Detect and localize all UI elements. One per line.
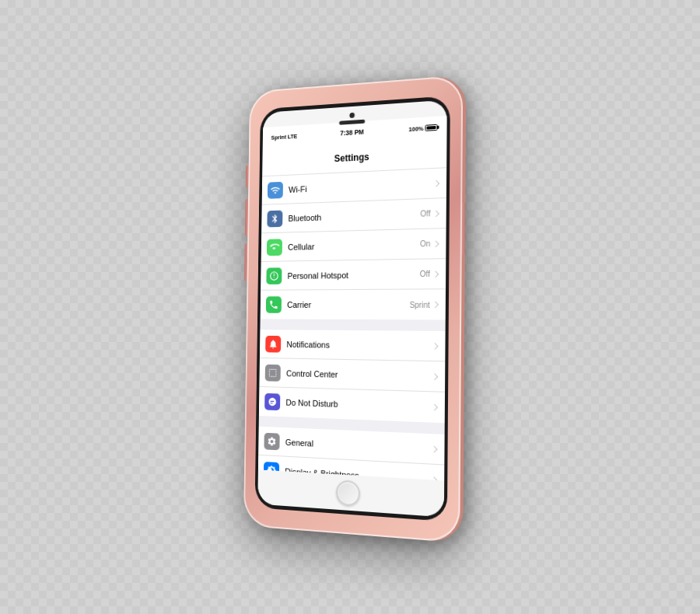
- wifi-chevron: [433, 180, 440, 187]
- power-button[interactable]: [462, 202, 466, 254]
- phone-screen-border: Sprint LTE 7:38 PM 100% Settings: [255, 96, 450, 522]
- general-label: General: [285, 437, 432, 453]
- cellular-item[interactable]: Cellular On: [261, 229, 446, 262]
- notifications-label: Notifications: [286, 340, 432, 351]
- notifications-item[interactable]: Notifications: [260, 330, 446, 361]
- notifications-icon: [265, 335, 281, 352]
- front-camera: [349, 113, 355, 118]
- bluetooth-chevron: [432, 210, 439, 217]
- phone-top-bar: [339, 112, 365, 125]
- mute-button[interactable]: [246, 166, 249, 188]
- cellular-chevron: [432, 240, 439, 247]
- bluetooth-label: Bluetooth: [288, 209, 420, 222]
- controlcenter-chevron: [432, 373, 439, 380]
- hotspot-value: Off: [420, 270, 430, 278]
- connectivity-group: Wi-Fi Bluetooth: [261, 168, 447, 319]
- donotdisturb-chevron: [431, 404, 438, 411]
- phone-wrapper: Sprint LTE 7:38 PM 100% Settings: [243, 75, 463, 542]
- notifications-chevron: [432, 343, 439, 350]
- battery-fill: [426, 126, 436, 130]
- hotspot-icon: [266, 267, 282, 284]
- time-label: 7:38 PM: [340, 128, 363, 138]
- carrier-icon: [266, 296, 282, 312]
- battery-percent-label: 100%: [408, 124, 423, 132]
- cellular-label: Cellular: [288, 239, 420, 252]
- carrier-item[interactable]: Carrier Sprint: [261, 289, 446, 319]
- status-indicators: 100%: [408, 124, 437, 132]
- volume-up-button[interactable]: [245, 199, 248, 236]
- battery-icon: [425, 124, 437, 131]
- carrier-label: Sprint LTE: [271, 132, 297, 141]
- general-icon: [264, 432, 279, 450]
- wifi-icon: [268, 181, 283, 198]
- controlcenter-label: Control Center: [286, 368, 432, 382]
- settings-list: Wi-Fi Bluetooth: [258, 168, 446, 480]
- hotspot-item[interactable]: Personal Hotspot Off: [261, 259, 446, 291]
- hotspot-chevron: [432, 270, 439, 277]
- donotdisturb-icon: [264, 393, 280, 410]
- notifications-group: Notifications Control Center: [259, 330, 446, 423]
- controlcenter-icon: [265, 364, 281, 381]
- volume-down-button[interactable]: [244, 243, 247, 281]
- cellular-icon: [267, 239, 282, 256]
- wifi-label: Wi-Fi: [289, 179, 431, 194]
- phone-screen: Sprint LTE 7:38 PM 100% Settings: [257, 99, 447, 517]
- carrier-value: Sprint: [410, 300, 430, 309]
- page-title: Settings: [334, 152, 369, 164]
- carrier-chevron: [432, 302, 439, 309]
- bluetooth-item[interactable]: Bluetooth Off: [261, 198, 446, 233]
- donotdisturb-item[interactable]: Do Not Disturb: [259, 387, 445, 423]
- scene: Sprint LTE 7:38 PM 100% Settings: [0, 0, 700, 614]
- cellular-value: On: [420, 239, 430, 249]
- home-button[interactable]: [336, 480, 360, 506]
- carrier-label: Carrier: [287, 300, 410, 309]
- hotspot-label: Personal Hotspot: [288, 269, 420, 280]
- phone-outer: Sprint LTE 7:38 PM 100% Settings: [243, 75, 463, 542]
- bluetooth-value: Off: [420, 209, 430, 218]
- donotdisturb-label: Do Not Disturb: [285, 398, 432, 413]
- bluetooth-icon: [267, 210, 282, 227]
